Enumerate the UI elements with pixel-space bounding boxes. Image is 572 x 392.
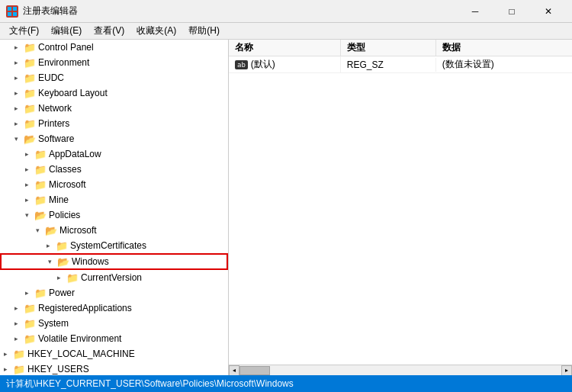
expand-arrow[interactable] <box>21 210 32 220</box>
titlebar: 注册表编辑器 ─ □ ✕ <box>0 0 572 23</box>
folder-icon <box>24 103 36 114</box>
expand-arrow[interactable] <box>43 240 53 251</box>
folder-icon <box>24 118 36 129</box>
folder-icon <box>24 303 36 313</box>
expand-arrow[interactable] <box>11 57 21 68</box>
maximize-button[interactable]: □ <box>494 0 529 23</box>
tree-item-volatile-environment[interactable]: Volatile Environment <box>0 331 228 346</box>
tree-item-mine[interactable]: Mine <box>0 192 228 207</box>
tree-item-environment[interactable]: Environment <box>0 55 228 70</box>
menubar: 文件(F) 编辑(E) 查看(V) 收藏夹(A) 帮助(H) <box>0 23 572 40</box>
folder-icon <box>57 256 69 267</box>
tree-item-printers[interactable]: Printers <box>0 116 228 131</box>
folder-icon <box>24 333 36 344</box>
expand-arrow[interactable] <box>0 349 11 359</box>
window-title: 注册表编辑器 <box>23 5 458 18</box>
expand-arrow[interactable] <box>11 88 21 98</box>
tree-item-eudc[interactable]: EUDC <box>0 70 228 85</box>
tree-item-label: Software <box>38 133 74 144</box>
tree-item-hku[interactable]: HKEY_USERS <box>0 361 228 375</box>
close-button[interactable]: ✕ <box>531 0 566 23</box>
col-name: 名称 <box>229 40 341 56</box>
expand-arrow[interactable] <box>21 179 32 190</box>
hscroll-left-btn[interactable]: ◂ <box>229 365 239 376</box>
col-type: 类型 <box>341 40 436 56</box>
expand-arrow[interactable] <box>11 133 21 144</box>
expand-arrow[interactable] <box>21 164 32 175</box>
expand-arrow[interactable] <box>11 72 21 83</box>
expand-arrow[interactable] <box>11 42 21 53</box>
expand-arrow[interactable] <box>11 118 21 129</box>
expand-arrow[interactable] <box>11 333 21 344</box>
hscroll-right-btn[interactable]: ▸ <box>561 365 572 376</box>
menu-edit[interactable]: 编辑(E) <box>45 23 88 39</box>
folder-icon <box>24 88 36 98</box>
tree-item-control-panel[interactable]: Control Panel <box>0 40 228 55</box>
col-data: 数据 <box>436 40 572 56</box>
expand-arrow[interactable] <box>11 103 21 114</box>
tree-item-appdatalow[interactable]: AppDataLow <box>0 146 228 162</box>
tree-item-classes[interactable]: Classes <box>0 162 228 177</box>
tree-item-registeredapplications[interactable]: RegisteredApplications <box>0 300 228 316</box>
status-path: 计算机\HKEY_CURRENT_USER\Software\Policies\… <box>6 378 294 390</box>
expand-arrow[interactable] <box>0 364 11 374</box>
tree-item-label: Volatile Environment <box>38 333 121 344</box>
statusbar: 计算机\HKEY_CURRENT_USER\Software\Policies\… <box>0 375 572 392</box>
tree-item-label: Printers <box>38 118 69 129</box>
tree-item-label: System <box>38 318 69 329</box>
tree-item-label: HKEY_LOCAL_MACHINE <box>27 349 135 359</box>
tree-item-microsoft3[interactable]: Microsoft <box>0 223 228 238</box>
tree-pane[interactable]: Control PanelEnvironmentEUDCKeyboard Lay… <box>0 40 229 375</box>
table-body[interactable]: ab(默认)REG_SZ(数值未设置) <box>229 56 572 365</box>
expand-arrow[interactable] <box>11 318 21 329</box>
tree-item-keyboard-layout[interactable]: Keyboard Layout <box>0 85 228 101</box>
reg-name-text: (默认) <box>251 58 275 71</box>
expand-arrow[interactable] <box>21 149 32 159</box>
expand-arrow[interactable] <box>21 194 32 205</box>
main-content: Control PanelEnvironmentEUDCKeyboard Lay… <box>0 40 572 375</box>
svg-rect-0 <box>8 7 11 11</box>
tree-item-currentversion[interactable]: CurrentVersion <box>0 270 228 285</box>
minimize-button[interactable]: ─ <box>458 0 493 23</box>
tree-item-system[interactable]: System <box>0 316 228 331</box>
tree-item-windows[interactable]: Windows <box>0 253 228 270</box>
tree-item-software[interactable]: Software <box>0 131 228 146</box>
tree-item-hklm[interactable]: HKEY_LOCAL_MACHINE <box>0 346 228 361</box>
tree-item-label: Environment <box>38 57 89 68</box>
folder-icon <box>34 210 47 220</box>
tree-item-label: EUDC <box>38 72 64 83</box>
folder-icon <box>24 133 36 144</box>
hscroll-track[interactable] <box>239 365 561 376</box>
svg-rect-2 <box>8 12 11 16</box>
tree-item-microsoft2[interactable]: Microsoft <box>0 177 228 192</box>
tree-item-policies[interactable]: Policies <box>0 207 228 223</box>
svg-rect-1 <box>13 7 17 11</box>
menu-view[interactable]: 查看(V) <box>88 23 130 39</box>
menu-file[interactable]: 文件(F) <box>3 23 45 39</box>
tree-item-systemcertificates[interactable]: SystemCertificates <box>0 238 228 253</box>
folder-icon <box>24 72 36 83</box>
expand-arrow[interactable] <box>21 288 32 298</box>
folder-icon <box>13 364 25 374</box>
folder-icon <box>24 42 36 53</box>
tree-item-label: Mine <box>49 194 69 205</box>
folder-icon <box>34 179 47 190</box>
menu-help[interactable]: 帮助(H) <box>182 23 226 39</box>
folder-icon <box>34 194 47 205</box>
tree-item-label: AppDataLow <box>49 149 101 159</box>
svg-rect-3 <box>13 12 17 16</box>
reg-type: REG_SZ <box>341 58 436 72</box>
table-header: 名称 类型 数据 <box>229 40 572 56</box>
expand-arrow[interactable] <box>44 256 55 267</box>
table-row[interactable]: ab(默认)REG_SZ(数值未设置) <box>229 56 572 73</box>
expand-arrow[interactable] <box>11 303 21 313</box>
expand-arrow[interactable] <box>53 272 64 283</box>
expand-arrow[interactable] <box>32 225 43 236</box>
hscroll-thumb[interactable] <box>239 366 270 375</box>
tree-item-power[interactable]: Power <box>0 285 228 300</box>
menu-favorites[interactable]: 收藏夹(A) <box>130 23 182 39</box>
folder-icon <box>66 272 79 283</box>
folder-icon <box>34 288 47 298</box>
tree-item-network[interactable]: Network <box>0 101 228 116</box>
horizontal-scrollbar[interactable]: ◂ ▸ <box>229 365 572 375</box>
